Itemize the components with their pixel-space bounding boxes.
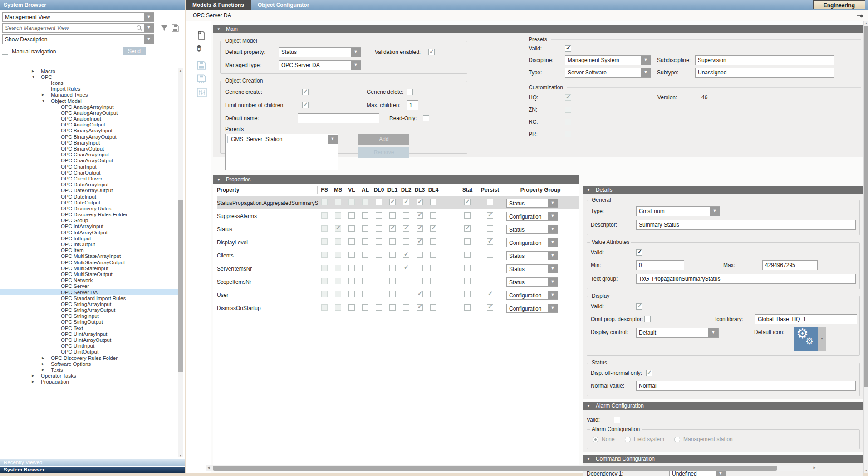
property-checkbox[interactable] bbox=[464, 291, 471, 297]
chevron-down-icon[interactable] bbox=[548, 252, 558, 260]
tree-item[interactable]: OPC DateOutput bbox=[0, 199, 178, 205]
tree-item[interactable]: OPC CharArrayOutput bbox=[0, 158, 178, 164]
property-checkbox[interactable] bbox=[335, 278, 341, 284]
normal-value-input[interactable] bbox=[636, 381, 856, 391]
chevron-down-icon[interactable] bbox=[548, 199, 558, 207]
property-checkbox[interactable] bbox=[417, 278, 423, 284]
property-checkbox[interactable] bbox=[335, 225, 341, 232]
display-valid-checkbox[interactable] bbox=[636, 303, 642, 310]
property-checkbox[interactable] bbox=[403, 265, 409, 271]
property-checkbox[interactable] bbox=[348, 291, 355, 297]
property-checkbox[interactable] bbox=[335, 304, 341, 311]
tree-item[interactable]: OPC IntOutput bbox=[0, 241, 178, 247]
property-checkbox[interactable] bbox=[430, 304, 436, 311]
property-checkbox[interactable] bbox=[417, 265, 423, 271]
property-row[interactable]: ServerItemsNrStatus bbox=[217, 262, 579, 275]
property-checkbox[interactable] bbox=[487, 199, 493, 205]
max-input[interactable] bbox=[762, 260, 818, 270]
property-checkbox[interactable] bbox=[403, 225, 409, 232]
save-object-icon[interactable] bbox=[197, 61, 208, 72]
expand-arrow-icon[interactable]: ▶ bbox=[32, 380, 38, 384]
scroll-down-icon[interactable]: ▼ bbox=[864, 469, 868, 472]
property-checkbox[interactable] bbox=[348, 238, 355, 245]
expand-arrow-icon[interactable]: ▶ bbox=[32, 374, 38, 378]
property-row[interactable]: DismissOnStartupConfiguration bbox=[217, 301, 579, 315]
tree-item[interactable]: Import Rules bbox=[0, 86, 178, 92]
tree-item[interactable]: OPC Discovery Rules bbox=[0, 205, 178, 211]
tree-item[interactable]: OPC StringOutput bbox=[0, 319, 178, 325]
property-checkbox[interactable] bbox=[376, 265, 382, 271]
chevron-down-icon[interactable] bbox=[641, 56, 651, 65]
property-checkbox[interactable] bbox=[417, 199, 423, 205]
tree-item[interactable]: OPC Client Driver bbox=[0, 175, 178, 181]
property-checkbox[interactable] bbox=[362, 212, 368, 219]
tree-item[interactable]: OPC Text bbox=[0, 325, 178, 331]
zn-checkbox[interactable] bbox=[565, 107, 571, 113]
save-all-icon[interactable] bbox=[197, 74, 208, 85]
min-input[interactable] bbox=[636, 260, 684, 270]
property-checkbox[interactable] bbox=[362, 278, 368, 284]
omit-prop-checkbox[interactable] bbox=[644, 316, 651, 322]
disp-off-normal-checkbox[interactable] bbox=[646, 370, 652, 376]
property-checkbox[interactable] bbox=[376, 304, 382, 311]
scroll-up-icon[interactable]: ▲ bbox=[178, 69, 183, 72]
property-checkbox[interactable] bbox=[362, 291, 368, 297]
property-checkbox[interactable] bbox=[376, 225, 382, 232]
property-checkbox[interactable] bbox=[376, 278, 382, 284]
property-checkbox[interactable] bbox=[348, 278, 355, 284]
chevron-down-icon[interactable] bbox=[708, 328, 718, 337]
descriptor-input[interactable] bbox=[636, 220, 856, 230]
property-checkbox[interactable] bbox=[464, 212, 471, 219]
property-checkbox[interactable] bbox=[376, 252, 382, 258]
property-checkbox[interactable] bbox=[389, 199, 396, 205]
details-section-header[interactable]: ▼ Details bbox=[583, 186, 863, 194]
property-row[interactable]: StatusPropagation.AggregatedSummaryStatu… bbox=[217, 196, 579, 209]
radio-icon[interactable] bbox=[625, 437, 631, 442]
scroll-up-icon[interactable]: ▲ bbox=[864, 22, 868, 24]
property-checkbox[interactable] bbox=[464, 304, 471, 311]
tree-item[interactable]: ▼Object Model bbox=[0, 98, 178, 104]
tree-item[interactable]: OPC AnalogInput bbox=[0, 116, 178, 122]
command-section-header[interactable]: ▼ Command Configuration bbox=[583, 455, 863, 463]
send-button[interactable]: Send bbox=[123, 47, 146, 55]
tree-item[interactable]: ▶Macro bbox=[0, 68, 178, 74]
property-checkbox[interactable] bbox=[487, 291, 493, 297]
property-checkbox[interactable] bbox=[403, 291, 409, 297]
property-checkbox[interactable] bbox=[403, 252, 409, 258]
property-checkbox[interactable] bbox=[430, 278, 436, 284]
collapse-arrow-icon[interactable]: ▼ bbox=[32, 75, 38, 78]
subtype-input[interactable] bbox=[695, 68, 834, 78]
text-group-input[interactable] bbox=[636, 274, 856, 284]
tree-item[interactable]: OPC Group bbox=[0, 218, 178, 223]
scrollbar-thumb[interactable] bbox=[864, 26, 868, 387]
property-checkbox[interactable] bbox=[321, 212, 328, 219]
tree-item[interactable]: OPC UintInput bbox=[0, 343, 178, 349]
tree-item[interactable]: OPC StringInput bbox=[0, 313, 178, 319]
property-checkbox[interactable] bbox=[487, 265, 493, 271]
properties-section-header[interactable]: ▼ Properties bbox=[213, 175, 579, 184]
tree-item[interactable]: OPC DateInput bbox=[0, 194, 178, 199]
property-group-dropdown[interactable]: Status bbox=[506, 251, 558, 260]
subdiscipline-input[interactable] bbox=[695, 55, 834, 65]
filter-icon[interactable] bbox=[161, 24, 169, 33]
chevron-down-icon[interactable] bbox=[351, 61, 361, 70]
default-property-dropdown[interactable]: Status bbox=[279, 47, 361, 57]
property-checkbox[interactable] bbox=[321, 278, 328, 284]
property-row[interactable]: SuppressAlarmsConfiguration bbox=[217, 209, 579, 223]
property-checkbox[interactable] bbox=[487, 212, 493, 219]
property-checkbox[interactable] bbox=[430, 225, 436, 232]
collapse-arrow-icon[interactable]: ▼ bbox=[42, 99, 48, 102]
property-checkbox[interactable] bbox=[348, 225, 355, 232]
tree-item[interactable]: OPC BinaryInput bbox=[0, 140, 178, 146]
parent-list-item[interactable]: GMS_Server_Station bbox=[226, 134, 338, 144]
tree-item[interactable]: OPC Discovery Rules Folder bbox=[0, 212, 178, 218]
value-type-dropdown[interactable]: GmsEnum bbox=[636, 206, 720, 216]
property-checkbox[interactable] bbox=[417, 291, 423, 297]
property-checkbox[interactable] bbox=[417, 252, 423, 258]
property-row[interactable]: UserConfiguration bbox=[217, 288, 579, 301]
view-selector[interactable]: Management View bbox=[2, 12, 154, 22]
property-checkbox[interactable] bbox=[487, 278, 493, 284]
chevron-down-icon[interactable] bbox=[144, 35, 154, 44]
property-checkbox[interactable] bbox=[348, 199, 355, 205]
tree-item[interactable]: OPC DateArrayInput bbox=[0, 182, 178, 188]
